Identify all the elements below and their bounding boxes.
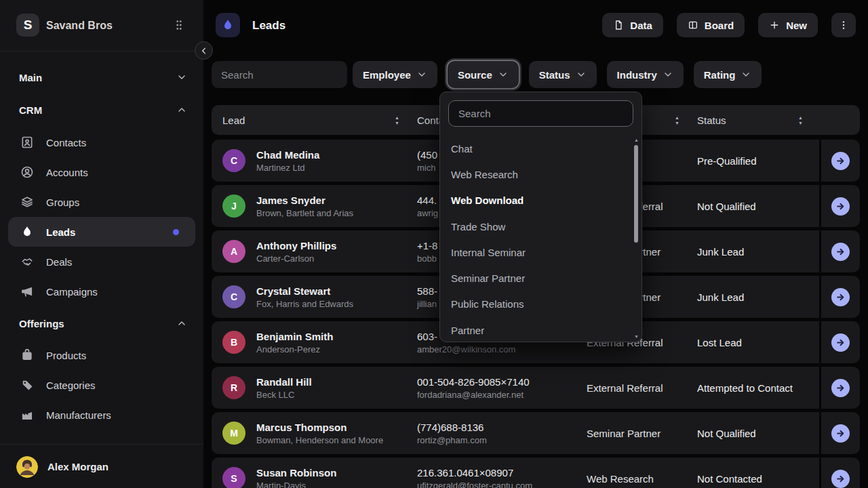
avatar: S: [222, 467, 245, 488]
sidebar-item[interactable]: Groups: [8, 187, 195, 217]
dropdown-option[interactable]: Web Download: [440, 188, 632, 214]
button-label: Data: [630, 20, 652, 31]
chevron-down-icon: [663, 69, 673, 80]
contact-cell: 001-504-826-9085×7140 fordadriana@alexan…: [417, 367, 587, 409]
filter-dropdown-button[interactable]: Industry: [607, 61, 684, 88]
manufacturers-icon: [20, 408, 34, 422]
lead-phone: 001-504-826-9085×7140: [417, 376, 587, 388]
scroll-up-icon[interactable]: [634, 138, 639, 142]
avatar: M: [222, 422, 245, 445]
avatar: [16, 456, 38, 478]
lead-name: James Snyder: [256, 195, 353, 206]
sidebar-item[interactable]: Contacts: [8, 127, 195, 157]
lead-email: rortiz@pham.com: [417, 435, 587, 445]
column-header-status[interactable]: Status: [697, 105, 819, 135]
campaigns-icon: [20, 285, 34, 298]
column-header-lead[interactable]: Lead: [222, 105, 417, 135]
sidebar-item[interactable]: Deals: [8, 247, 195, 277]
open-lead-button[interactable]: [831, 333, 850, 352]
lead-company: Carter-Carlson: [256, 253, 336, 264]
filter-dropdown-button[interactable]: Rating: [694, 61, 762, 88]
search-input[interactable]: [212, 61, 347, 88]
user-name: Alex Morgan: [47, 461, 108, 472]
lead-name: Crystal Stewart: [256, 285, 353, 297]
dropdown-option[interactable]: Partner: [440, 317, 632, 342]
avatar: J: [222, 195, 245, 218]
sidebar-item[interactable]: Products: [8, 340, 195, 370]
sidebar-section-crm[interactable]: CRM: [19, 95, 187, 125]
open-lead-button[interactable]: [831, 243, 850, 261]
leads-icon: [20, 225, 34, 239]
page-icon-tile: [216, 13, 240, 37]
sort-icon[interactable]: [395, 115, 399, 125]
more-options-button[interactable]: [831, 13, 856, 37]
open-lead-button[interactable]: [831, 152, 850, 170]
lead-company: Martinez Ltd: [256, 163, 319, 173]
scroll-down-icon[interactable]: [634, 334, 639, 339]
filter-dropdown-button[interactable]: Source: [448, 61, 519, 88]
products-icon: [20, 348, 34, 362]
lead-cell: R Randall Hill Beck LLC: [222, 367, 417, 409]
dropdown-option[interactable]: Chat: [440, 136, 632, 161]
sidebar-section-main[interactable]: Main: [19, 62, 187, 92]
sidebar-item-label: Categories: [46, 380, 96, 391]
topbar-action-button[interactable]: Board: [677, 13, 745, 37]
sidebar-item[interactable]: Manufacturers: [8, 400, 195, 430]
lead-company: Anderson-Perez: [256, 344, 333, 354]
sidebar-item-label: Products: [46, 350, 86, 361]
arrow-right-icon: [835, 474, 846, 484]
chevron-down-icon: [176, 72, 187, 83]
user-profile[interactable]: Alex Morgan: [0, 444, 203, 488]
section-label: Offerings: [19, 318, 64, 329]
open-lead-button[interactable]: [831, 379, 850, 397]
topbar-action-button[interactable]: New: [758, 13, 818, 37]
table-row[interactable]: S Susan Robinson Martin-Davis 216.361.04…: [212, 458, 860, 488]
brand-name: Savand Bros: [46, 0, 113, 51]
sidebar-item[interactable]: Leads: [8, 217, 195, 247]
sort-icon[interactable]: [798, 115, 803, 125]
sidebar-header: S Savand Bros: [0, 0, 203, 52]
scrollbar-thumb[interactable]: [634, 145, 638, 243]
dropdown-option[interactable]: Web Research: [440, 161, 632, 187]
sort-icon[interactable]: [675, 115, 679, 125]
sidebar-item[interactable]: Categories: [8, 370, 195, 400]
dropdown-option[interactable]: Internal Seminar: [440, 239, 632, 265]
sidebar-section-offerings[interactable]: Offerings: [19, 308, 187, 338]
table-row[interactable]: R Randall Hill Beck LLC 001-504-826-9085…: [212, 367, 860, 409]
table-row[interactable]: M Marcus Thompson Bowman, Henderson and …: [212, 412, 860, 454]
sidebar-item[interactable]: Campaigns: [8, 277, 195, 306]
status-cell: Pre-Qualified: [697, 140, 819, 182]
filter-dropdown-button[interactable]: Status: [529, 61, 597, 88]
open-lead-button[interactable]: [831, 424, 850, 443]
dropdown-search-input[interactable]: [448, 100, 633, 127]
actions-cell: [819, 321, 860, 363]
sidebar: S Savand Bros Main CRM Contacts Accounts: [0, 0, 203, 488]
open-lead-button[interactable]: [831, 197, 850, 216]
offerings-nav-list: Products Categories Manufacturers: [0, 340, 203, 430]
flame-icon: [221, 18, 235, 32]
sidebar-item-label: Leads: [46, 226, 75, 238]
grid-dots-icon[interactable]: [172, 18, 186, 32]
avatar: C: [222, 149, 245, 172]
lead-phone: (774)688-8136: [417, 422, 587, 433]
accounts-icon: [20, 165, 34, 179]
dropdown-option[interactable]: Public Relations: [440, 291, 632, 317]
contact-cell: 216.361.0461×08907 ufitzgerald@foster-ca…: [417, 458, 587, 488]
dropdown-option[interactable]: Trade Show: [440, 214, 632, 239]
open-lead-button[interactable]: [831, 470, 850, 488]
sidebar-item[interactable]: Accounts: [8, 157, 195, 187]
lead-company: Bowman, Henderson and Moore: [256, 435, 383, 445]
categories-icon: [20, 378, 34, 392]
sidebar-collapse-button[interactable]: [195, 41, 213, 60]
sidebar-item-label: Campaigns: [46, 286, 98, 298]
filter-dropdown-button[interactable]: Employee: [353, 61, 437, 88]
chevron-left-icon: [199, 46, 209, 56]
topbar-action-button[interactable]: Data: [602, 13, 663, 37]
status-cell: Attempted to Contact: [697, 367, 819, 409]
status-cell: Not Contacted: [697, 458, 819, 488]
lead-cell: C Chad Medina Martinez Ltd: [222, 140, 417, 182]
filter-label: Source: [458, 69, 492, 81]
dropdown-option[interactable]: Seminar Partner: [440, 265, 632, 291]
open-lead-button[interactable]: [831, 288, 850, 306]
actions-cell: [819, 412, 860, 454]
